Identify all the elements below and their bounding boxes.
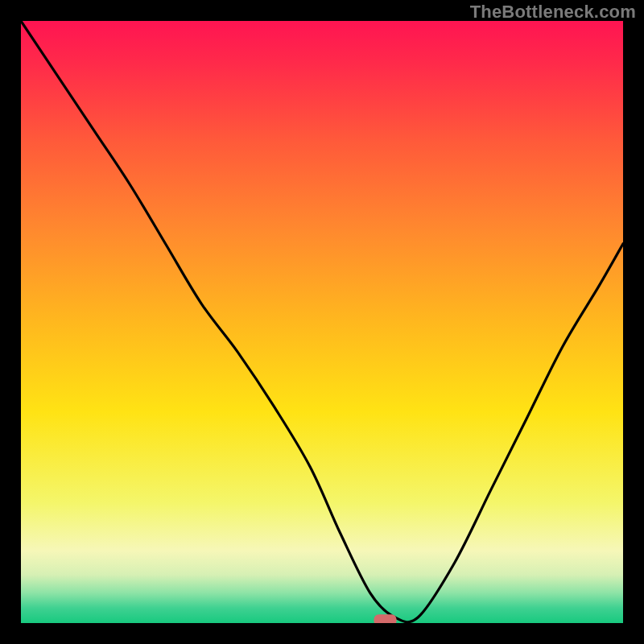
watermark-text: TheBottleneck.com <box>470 2 636 23</box>
gradient-background <box>21 21 623 623</box>
optimal-marker <box>374 614 397 623</box>
plot-area <box>21 21 623 623</box>
chart-svg <box>21 21 623 623</box>
chart-container: TheBottleneck.com <box>0 0 644 644</box>
